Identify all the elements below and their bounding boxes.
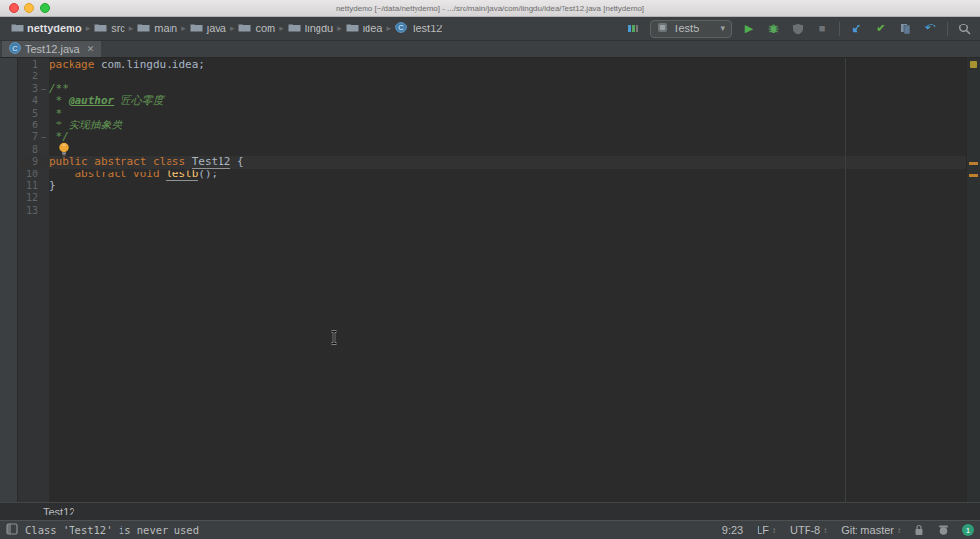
line-number[interactable]: 9: [18, 156, 38, 168]
chevron-right-icon: ▸: [129, 24, 134, 33]
code-line[interactable]: 6 * 实现抽象类: [18, 120, 966, 131]
line-number[interactable]: 10: [18, 169, 38, 180]
code-token: abstract void: [75, 168, 160, 180]
code-token: 匠心零度: [114, 94, 164, 107]
search-everywhere-button[interactable]: [956, 21, 972, 36]
fold-marker-icon[interactable]: −: [38, 83, 49, 95]
breadcrumb-item-src[interactable]: src: [91, 22, 128, 36]
compare-version-button[interactable]: [898, 21, 913, 36]
code-line[interactable]: 7− */: [18, 131, 966, 143]
code-line[interactable]: 1package com.lingdu.idea;: [18, 59, 966, 71]
code-token: *: [49, 107, 62, 120]
minimize-window-button[interactable]: [24, 3, 34, 13]
warning-mark[interactable]: [969, 174, 978, 177]
code-text: *: [49, 108, 966, 120]
code-editor[interactable]: 1package com.lingdu.idea;23−/**4 * @auth…: [18, 58, 966, 502]
error-stripe[interactable]: [966, 58, 980, 502]
line-number[interactable]: 4: [18, 95, 38, 107]
fold-marker-icon: [38, 144, 49, 156]
breadcrumb-item-lingdu[interactable]: lingdu: [285, 22, 336, 36]
folder-icon: [238, 23, 251, 35]
run-button[interactable]: ▶: [741, 21, 757, 36]
code-token: * 实现抽象类: [49, 119, 122, 131]
chevron-right-icon: ▸: [386, 24, 391, 33]
coverage-button[interactable]: [790, 21, 806, 36]
fold-marker-icon[interactable]: −: [38, 131, 49, 143]
code-line[interactable]: 10 abstract void testb();: [18, 169, 966, 180]
code-lines[interactable]: 1package com.lingdu.idea;23−/**4 * @auth…: [18, 58, 966, 217]
code-line[interactable]: 5 *: [18, 108, 966, 120]
update-project-button[interactable]: ↙: [849, 21, 864, 36]
changes-columns-icon[interactable]: [625, 21, 641, 36]
svg-text:C: C: [12, 44, 18, 53]
chevron-right-icon: ▸: [230, 24, 235, 33]
breadcrumb-item-Test12[interactable]: CTest12: [392, 21, 445, 36]
fold-marker-icon: [38, 180, 49, 192]
code-token: {: [230, 155, 243, 168]
breadcrumb-item-com[interactable]: com: [235, 22, 278, 36]
close-window-button[interactable]: [9, 3, 19, 13]
readonly-lock-icon[interactable]: [914, 524, 924, 536]
fold-marker-icon: [38, 95, 49, 107]
code-line[interactable]: 2: [18, 71, 966, 82]
breadcrumb-label: idea: [363, 23, 383, 34]
commit-changes-button[interactable]: ✔: [873, 21, 889, 36]
run-config-select[interactable]: Test5 ▾: [650, 20, 732, 38]
encoding-widget[interactable]: UTF-8 ↕: [790, 524, 827, 536]
notification-badge[interactable]: 1: [962, 524, 974, 536]
fold-marker-icon: [38, 59, 49, 71]
line-number[interactable]: 5: [18, 108, 38, 120]
line-number[interactable]: 12: [18, 192, 38, 204]
git-branch-widget[interactable]: Git: master ↕: [841, 524, 901, 536]
breadcrumb-item-main[interactable]: main: [134, 22, 180, 36]
code-text: */: [49, 131, 966, 143]
intention-bulb-icon[interactable]: [58, 142, 70, 159]
line-number[interactable]: 13: [18, 205, 38, 217]
code-token: testb: [166, 168, 198, 181]
debug-button[interactable]: [765, 21, 781, 36]
line-number[interactable]: 1: [18, 59, 38, 71]
folder-icon: [346, 23, 359, 35]
right-margin-guide: [845, 58, 846, 502]
line-number[interactable]: 3: [18, 83, 38, 95]
main-area: 1package com.lingdu.idea;23−/**4 * @auth…: [0, 58, 980, 502]
line-number[interactable]: 7: [18, 131, 38, 143]
code-line[interactable]: 11}: [18, 180, 966, 192]
inspections-hector-icon[interactable]: [938, 524, 949, 536]
tab-test12-java[interactable]: C Test12.java ✕: [2, 41, 101, 57]
class-icon: C: [395, 22, 407, 35]
code-line[interactable]: 12: [18, 192, 966, 204]
line-separator-widget[interactable]: LF ↕: [757, 524, 776, 536]
breadcrumb-label: Test12: [411, 23, 442, 34]
breadcrumb-label: com: [255, 23, 275, 34]
code-line[interactable]: 13: [18, 205, 966, 217]
updown-icon: ↕: [823, 526, 827, 535]
zoom-window-button[interactable]: [40, 3, 50, 13]
caret-position-widget[interactable]: 9:23: [722, 524, 743, 536]
warning-mark[interactable]: [969, 162, 978, 165]
breadcrumb-item-idea[interactable]: idea: [343, 22, 386, 36]
mouse-text-cursor: [329, 330, 339, 348]
code-token: @author: [69, 94, 114, 107]
breadcrumb-item-file[interactable]: Test12: [43, 506, 74, 517]
breadcrumb-item-java[interactable]: java: [187, 22, 229, 36]
code-token: *: [49, 94, 69, 107]
statusbar: Class 'Test12' is never used 9:23 LF ↕ U…: [0, 520, 980, 539]
breadcrumb-label: src: [111, 23, 125, 34]
line-number[interactable]: 2: [18, 71, 38, 82]
tool-window-switcher-icon[interactable]: [6, 523, 18, 537]
svg-text:C: C: [398, 24, 404, 32]
tab-label: Test12.java: [25, 43, 80, 55]
breadcrumb-item-nettydemo[interactable]: nettydemo: [8, 22, 85, 36]
tool-window-stripe-left[interactable]: [0, 58, 18, 502]
rollback-button[interactable]: ↶: [922, 21, 938, 36]
inspection-status-icon[interactable]: [970, 61, 977, 68]
line-number[interactable]: 6: [18, 120, 38, 131]
stop-button[interactable]: ■: [814, 21, 830, 36]
close-tab-icon[interactable]: ✕: [87, 44, 95, 54]
line-number[interactable]: 8: [18, 144, 38, 156]
code-line[interactable]: 4 * @author 匠心零度: [18, 95, 966, 107]
main-toolbar: nettydemo▸src▸main▸java▸com▸lingdu▸idea▸…: [0, 17, 980, 41]
editor-breadcrumbs-bottom: Test12: [0, 502, 980, 520]
line-number[interactable]: 11: [18, 180, 38, 192]
